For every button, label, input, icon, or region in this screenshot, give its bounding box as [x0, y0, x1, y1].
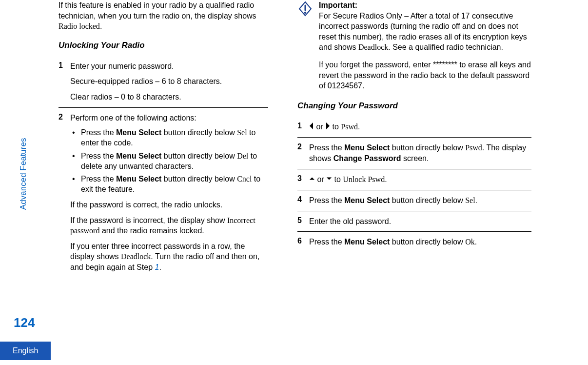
t: to — [330, 122, 341, 131]
step-body: or to Pswd. — [309, 122, 531, 133]
bullet-2: • Press the Menu Select button directly … — [70, 151, 268, 172]
step1-line1: Enter your numeric password. — [70, 61, 268, 72]
t: Menu Select — [344, 238, 390, 246]
important-p1: Important: For Secure Radios Only – Afte… — [319, 0, 531, 53]
t: and the radio remains locked. — [99, 226, 204, 235]
right-column: Important: For Secure Radios Only – Afte… — [288, 0, 531, 278]
intro-display-text: Radio locked — [59, 22, 100, 30]
step-body: Perform one of the following actions: • … — [70, 113, 268, 273]
step-body: Press the Menu Select button directly be… — [309, 195, 531, 206]
svg-marker-2 — [310, 122, 313, 129]
svg-marker-4 — [310, 178, 314, 180]
step2-p1: If the password is correct, the radio un… — [70, 200, 268, 210]
step-number: 4 — [297, 195, 309, 206]
t: button directly below — [390, 196, 465, 204]
language-tag: English — [0, 342, 51, 360]
bullet-text: Press the Menu Select button directly be… — [81, 151, 268, 172]
t: Unlock Pswd — [343, 175, 385, 183]
bullet-dot-icon: • — [70, 151, 81, 172]
t: Sel — [237, 128, 247, 137]
t: Deadlock — [121, 252, 151, 261]
step-body: or to Unlock Pswd. — [309, 174, 531, 185]
step-number: 2 — [59, 113, 70, 273]
t: Cncl — [237, 175, 252, 183]
svg-marker-5 — [327, 178, 332, 180]
bullet-text: Press the Menu Select button directly be… — [81, 128, 268, 148]
r-step-3: 3 or to Unlock Pswd. — [297, 169, 531, 190]
heading-unlocking: Unlocking Your Radio — [59, 41, 268, 50]
step-number: 5 — [297, 216, 309, 227]
arrow-up-icon — [309, 174, 315, 185]
t: Menu Select — [116, 175, 161, 183]
important-icon — [297, 0, 319, 91]
intro-text: If this feature is enabled in your radio… — [59, 1, 256, 20]
t: Press the — [81, 175, 116, 183]
bullet-dot-icon: • — [70, 174, 81, 195]
r-step-5: 5 Enter the old password. — [297, 211, 531, 232]
t: . — [358, 122, 360, 131]
t: Pswd — [341, 122, 358, 131]
t: or — [315, 175, 326, 183]
heading-changing: Changing Your Password — [297, 101, 531, 111]
bullet-1: • Press the Menu Select button directly … — [70, 128, 268, 148]
page-number: 124 — [14, 315, 35, 330]
t: or — [314, 122, 325, 131]
step-body: Press the Menu Select button directly be… — [309, 237, 531, 247]
t: . — [159, 263, 161, 271]
t: Press the — [81, 152, 116, 160]
r-step-2: 2 Press the Menu Select button directly … — [297, 137, 531, 168]
important-p2: If you forget the password, enter ******… — [319, 60, 531, 91]
step2-p3: If you enter three incorrect passwords i… — [70, 241, 268, 273]
t: button directly below — [161, 128, 237, 137]
bullet-3: • Press the Menu Select button directly … — [70, 174, 268, 195]
t: Del — [237, 152, 248, 160]
section-label: Advanced Features — [19, 138, 28, 210]
step-number: 1 — [59, 61, 70, 102]
t: Deadlock — [358, 43, 388, 51]
t: Change Password — [333, 154, 401, 162]
t: button directly below — [161, 152, 237, 160]
t: Menu Select — [344, 143, 390, 152]
page-content: If this feature is enabled in your radio… — [0, 0, 588, 278]
arrow-right-icon — [325, 122, 330, 133]
step2-p2: If the password is incorrect, the displa… — [70, 215, 268, 236]
important-title: Important: — [319, 1, 357, 9]
bullet-text: Press the Menu Select button directly be… — [81, 174, 268, 195]
svg-marker-3 — [326, 122, 330, 129]
arrow-down-icon — [326, 174, 332, 185]
step1-line2: Secure-equipped radios – 6 to 8 characte… — [70, 76, 268, 87]
left-column: If this feature is enabled in your radio… — [59, 0, 288, 278]
step-number: 6 — [297, 237, 309, 247]
t: . — [385, 175, 387, 183]
t: Press the — [309, 238, 344, 246]
important-callout: Important: For Secure Radios Only – Afte… — [297, 0, 531, 91]
t: Menu Select — [116, 128, 161, 137]
t: Pswd — [465, 143, 482, 152]
t: Sel — [465, 196, 475, 204]
r-step-1: 1 or to Pswd. — [297, 117, 531, 138]
step-number: 1 — [297, 122, 309, 133]
t: to — [332, 175, 343, 183]
step-1: 1 Enter your numeric password. Secure-eq… — [59, 56, 268, 107]
bullet-dot-icon: • — [70, 128, 81, 148]
t: . — [475, 238, 477, 246]
t: Press the — [81, 128, 116, 137]
step-body: Enter the old password. — [309, 216, 531, 227]
t: If the password is incorrect, the displa… — [70, 216, 227, 224]
t: Press the — [309, 196, 344, 204]
step1-line3: Clear radios – 0 to 8 characters. — [70, 92, 268, 102]
t: Ok — [465, 238, 475, 246]
t: . — [475, 196, 477, 204]
t: Menu Select — [116, 152, 161, 160]
step2-line1: Perform one of the following actions: — [70, 113, 268, 123]
t: button directly below — [161, 175, 237, 183]
r-step-6: 6 Press the Menu Select button directly … — [297, 231, 531, 252]
t: button directly below — [390, 143, 465, 152]
t: . See a qualified radio technician. — [388, 43, 503, 51]
intro-paragraph: If this feature is enabled in your radio… — [59, 0, 268, 32]
step-number: 3 — [297, 174, 309, 185]
arrow-left-icon — [309, 122, 314, 133]
step-number: 2 — [297, 142, 309, 163]
intro-text-2: . — [100, 22, 102, 30]
t: Press the — [309, 143, 344, 152]
